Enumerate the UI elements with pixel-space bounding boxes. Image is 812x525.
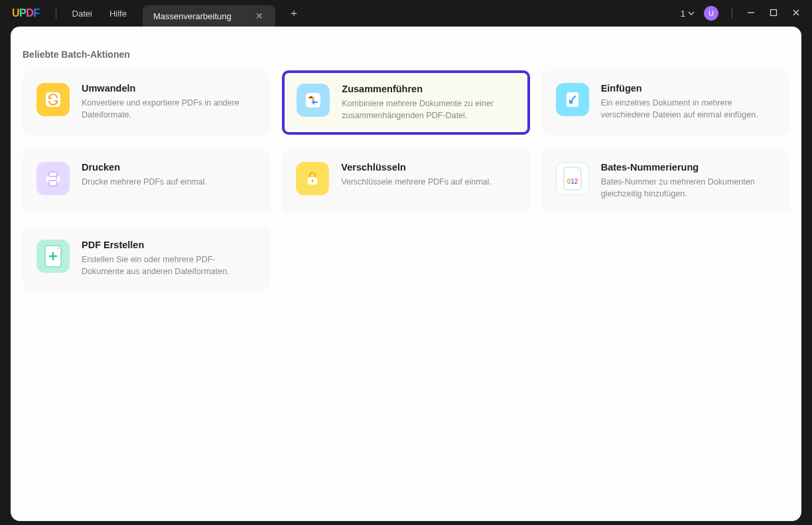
card-title: Bates-Nummerierung [601, 162, 776, 173]
tab-title: Massenverarbeitung [153, 11, 232, 21]
tab-count-dropdown[interactable]: 1 [681, 9, 695, 19]
minimize-icon [747, 9, 755, 17]
svg-rect-7 [49, 181, 57, 186]
card-title: Zusammenführen [342, 84, 515, 94]
titlebar: UPDF Datei Hilfe Massenverarbeitung ✕ ＋ … [0, 0, 812, 27]
chevron-down-icon [688, 10, 695, 17]
card-desc: Bates-Nummer zu mehreren Dokumenten glei… [601, 177, 776, 200]
card-desc: Verschlüssele mehrere PDFs auf einmal. [341, 177, 515, 188]
card-title: Drucken [82, 162, 256, 173]
card-desc: Ein einzelnes Dokument in mehrere versch… [601, 98, 776, 121]
svg-rect-1 [771, 9, 777, 15]
tab-batch[interactable]: Massenverarbeitung ✕ [143, 5, 275, 27]
section-title: Beliebte Batch-Aktionen [11, 49, 801, 60]
tab-count-value: 1 [681, 9, 685, 19]
card-bates[interactable]: 012 Bates-Nummerierung Bates-Nummer zu m… [542, 149, 789, 212]
maximize-button[interactable] [766, 9, 781, 19]
app-logo: UPDF [0, 7, 52, 19]
close-button[interactable] [788, 9, 804, 19]
menu-file[interactable]: Datei [72, 9, 92, 19]
bates-icon: 012 [556, 162, 589, 195]
svg-text:012: 012 [567, 178, 578, 185]
close-icon [792, 9, 800, 17]
card-convert[interactable]: Umwandeln Konvertiere und exportiere PDF… [23, 70, 270, 135]
divider [56, 8, 56, 19]
tab-strip: Massenverarbeitung ✕ ＋ [143, 0, 303, 27]
card-insert[interactable]: Einfügen Ein einzelnes Dokument in mehre… [542, 70, 789, 135]
card-print[interactable]: Drucken Drucke mehrere PDFs auf einmal. [23, 149, 270, 212]
svg-point-8 [56, 177, 58, 179]
card-title: PDF Erstellen [82, 240, 256, 250]
close-icon[interactable]: ✕ [254, 11, 265, 21]
convert-icon [36, 83, 70, 116]
minimize-button[interactable] [743, 9, 759, 19]
card-title: Verschlüsseln [341, 162, 515, 173]
print-icon [36, 162, 70, 195]
card-desc: Kombiniere mehrere Dokumente zu einer zu… [342, 98, 515, 121]
new-tab-button[interactable]: ＋ [285, 4, 303, 23]
card-grid: Umwandeln Konvertiere und exportiere PDF… [11, 70, 801, 290]
card-encrypt[interactable]: Verschlüsseln Verschlüssele mehrere PDFs… [282, 149, 529, 212]
divider [732, 8, 732, 19]
card-desc: Konvertiere und exportiere PDFs in ander… [82, 98, 256, 121]
menu-help[interactable]: Hilfe [109, 9, 127, 19]
window-controls: 1 U [681, 6, 812, 21]
card-desc: Drucke mehrere PDFs auf einmal. [82, 177, 256, 188]
svg-rect-6 [49, 172, 57, 177]
svg-rect-11 [312, 181, 314, 183]
encrypt-icon [296, 162, 329, 195]
insert-icon [556, 83, 589, 116]
page-body: Beliebte Batch-Aktionen Umwandeln Konver… [11, 27, 801, 521]
merge-icon [297, 84, 330, 117]
menu-bar: Datei Hilfe [60, 9, 127, 19]
create-icon [36, 240, 70, 273]
card-title: Einfügen [601, 83, 776, 94]
svg-rect-3 [306, 93, 320, 108]
card-desc: Erstellen Sie ein oder mehrere PDF-Dokum… [82, 254, 256, 277]
card-title: Umwandeln [82, 83, 256, 94]
maximize-icon [770, 9, 778, 17]
card-merge[interactable]: Zusammenführen Kombiniere mehrere Dokume… [282, 70, 529, 135]
card-create[interactable]: PDF Erstellen Erstellen Sie ein oder meh… [23, 227, 270, 290]
avatar[interactable]: U [704, 6, 718, 21]
